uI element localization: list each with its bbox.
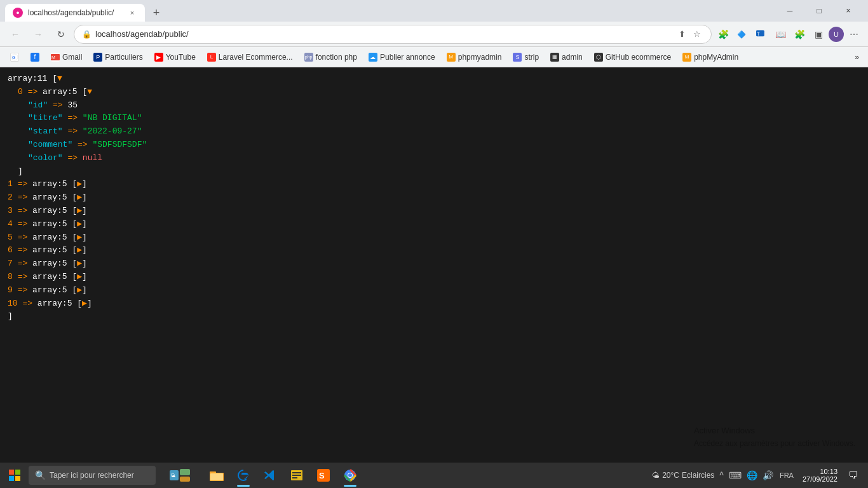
extensions-icon[interactable]: 🧩 [714,25,732,43]
bookmark-github[interactable]: ⬡ GitHub ecommerce [589,51,676,63]
maximize-button[interactable]: □ [804,0,834,22]
url-text: localhost/agendab/public/ [95,29,672,39]
tray-language[interactable]: FRA [777,471,796,479]
back-button[interactable]: ← [5,24,25,44]
system-clock[interactable]: 10:13 27/09/2022 [797,468,843,483]
code-line-10[interactable]: 10 => array:5 [▶] [8,297,860,311]
bookmark-phpmyadmin2[interactable]: M phpMyAdmin [677,51,743,63]
bookmark-admin[interactable]: ▦ admin [545,51,588,63]
immersive-reader-icon[interactable]: 📖 [771,25,789,43]
taskbar-file-explorer[interactable] [204,463,229,488]
browser-chrome: ● localhost/agendab/public/ × + ─ □ × ← … [0,0,868,67]
menu-icon[interactable]: ⋯ [845,25,863,43]
code-line-6[interactable]: 6 => array:5 [▶] [8,244,860,257]
address-bar[interactable]: 🔒 localhost/agendab/public/ ⬆ ☆ [74,25,712,44]
code-line-close-0: ] [8,165,860,179]
taskbar-edge[interactable] [231,463,256,488]
svg-text:🌤: 🌤 [170,473,175,478]
bookmark-facebook[interactable]: f [25,51,44,63]
notification-button[interactable]: 🗨 [844,463,863,488]
svg-rect-21 [292,477,297,478]
forward-button[interactable]: → [28,24,48,44]
laravel-label: Laravel Ecommerce... [219,53,293,62]
taskbar-sublime[interactable]: S [311,463,336,488]
code-line-id: "id" => 35 [8,99,860,112]
gmail-favicon: M [51,53,60,62]
browser-tab[interactable]: ● localhost/agendab/public/ × [5,4,145,22]
bookmark-gmail[interactable]: M Gmail [46,51,87,63]
tray-network[interactable]: 🌐 [745,469,759,482]
translate-icon[interactable]: T [752,25,770,43]
weather-widget[interactable]: 🌤 20°C Eclaircies [649,471,717,480]
reload-button[interactable]: ↻ [51,24,71,44]
navigation-bar: ← → ↻ 🔒 localhost/agendab/public/ ⬆ ☆ 🧩 … [0,22,868,47]
taskbar-widgets[interactable]: 🌤 [161,463,199,488]
svg-rect-7 [9,470,14,475]
taskbar-vscode[interactable] [257,463,283,488]
bookmark-publier[interactable]: ☁ Publier annonce [363,51,440,63]
clock-time: 10:13 [820,468,837,475]
tray-chevron[interactable]: ^ [718,469,725,482]
bookmark-stripe[interactable]: S strip [508,51,544,63]
close-button[interactable]: × [834,0,863,22]
svg-text:S: S [319,471,325,480]
php-label: fonction php [316,53,357,62]
code-line-start: "start" => "2022-09-27" [8,125,860,139]
svg-text:T: T [757,32,760,36]
bookmark-laravel[interactable]: L Laravel Ecommerce... [202,51,298,63]
bing-icon[interactable]: 🔷 [733,25,751,43]
svg-rect-17 [210,473,223,480]
svg-rect-12 [180,469,190,475]
code-line-3[interactable]: 3 => array:5 [▶] [8,205,860,218]
publier-label: Publier annonce [380,53,435,62]
publier-favicon: ☁ [369,53,377,62]
code-line-4[interactable]: 4 => array:5 [▶] [8,218,860,231]
start-button[interactable] [0,463,29,488]
code-line-0: 0 => array:5 [▼ [8,86,860,99]
tab-close-button[interactable]: × [127,8,137,18]
code-line-5[interactable]: 5 => array:5 [▶] [8,231,860,245]
code-line-header: array:11 [▼ [8,72,860,86]
taskbar-app-icons: S [204,463,363,488]
svg-text:M: M [51,55,55,60]
code-line-8[interactable]: 8 => array:5 [▶] [8,271,860,284]
taskbar-chrome[interactable] [337,463,363,488]
bookmark-particuliers[interactable]: P Particuliers [88,51,147,63]
taskbar-file-manager[interactable] [284,463,309,488]
tab-bar: ● localhost/agendab/public/ × + [5,0,648,22]
tray-volume[interactable]: 🔊 [761,469,775,482]
code-line-2[interactable]: 2 => array:5 [▶] [8,191,860,205]
lock-icon: 🔒 [82,30,92,39]
code-line-close-root: ] [8,310,860,323]
code-line-titre: "titre" => "NB DIGITAL" [8,112,860,125]
nav-extra-icons: 🧩 🔷 T 📖 🧩 ▣ U ⋯ [714,25,863,43]
facebook-favicon: f [31,53,39,62]
puzzle-icon[interactable]: 🧩 [790,25,808,43]
share-icon[interactable]: ⬆ [675,28,688,41]
svg-text:🔷: 🔷 [737,30,746,39]
page-content: array:11 [▼ 0 => array:5 [▼ "id" => 35 "… [0,67,868,463]
code-line-7[interactable]: 7 => array:5 [▶] [8,257,860,271]
sidebar-icon[interactable]: ▣ [810,25,827,43]
profile-icon[interactable]: U [829,27,844,42]
bookmark-youtube[interactable]: ▶ YouTube [149,51,201,63]
code-output: array:11 [▼ 0 => array:5 [▼ "id" => 35 "… [8,72,860,323]
code-line-9[interactable]: 9 => array:5 [▶] [8,284,860,297]
tray-keyboard[interactable]: ⌨ [728,469,743,482]
taskbar-right: 🌤 20°C Eclaircies ^ ⌨ 🌐 🔊 FRA 10:13 27/0… [644,463,868,488]
particuliers-favicon: P [93,53,102,62]
taskbar-search[interactable]: 🔍 Taper ici pour rechercher [29,466,156,485]
bookmark-php[interactable]: php fonction php [299,51,362,63]
clock-date: 27/09/2022 [803,475,837,483]
bookmark-phpmyadmin[interactable]: M phpmyadmin [442,51,507,63]
svg-rect-10 [15,476,20,481]
bookmark-star-icon[interactable]: ☆ [691,28,703,41]
new-tab-button[interactable]: + [147,4,165,22]
more-bookmarks-button[interactable]: » [851,51,863,63]
code-line-1[interactable]: 1 => array:5 [▶] [8,178,860,191]
bookmark-google[interactable]: G [5,51,24,63]
minimize-button[interactable]: ─ [775,0,804,22]
taskbar: 🔍 Taper ici pour rechercher 🌤 [0,463,868,488]
admin-label: admin [562,53,583,62]
weather-icon: 🌤 [652,471,660,480]
